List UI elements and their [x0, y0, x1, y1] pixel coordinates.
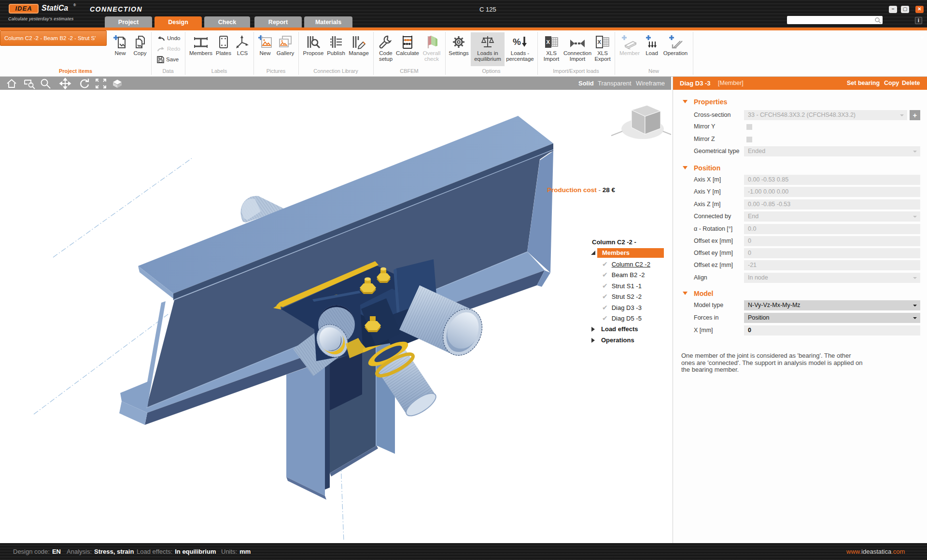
maximize-button[interactable]: ▢ — [901, 6, 909, 13]
section-collapse-icon[interactable] — [683, 292, 688, 295]
status-units-label: Units: — [221, 548, 237, 555]
search-icon — [874, 17, 881, 24]
ribbon-new-item-button[interactable]: New — [112, 34, 129, 56]
rotate-icon[interactable] — [78, 78, 90, 91]
ribbon-copy-item-button[interactable]: Copy — [130, 34, 150, 56]
save-button[interactable]: Save — [157, 56, 179, 63]
viewport-3d[interactable]: Production cost - 28 € Column C2 -2 - Me… — [0, 90, 671, 543]
svg-text:X: X — [547, 39, 550, 45]
display-mode-wireframe[interactable]: Wireframe — [636, 77, 665, 90]
tree-item-strut-s1[interactable]: ✔Strut S1 -1 — [602, 280, 642, 291]
lcs-icon — [234, 34, 251, 49]
tree-item-column-c2[interactable]: ✔Column C2 -2 — [602, 259, 650, 269]
group-caption-pictures: Pictures — [253, 68, 298, 74]
tree-expander-expanded-icon[interactable] — [591, 251, 595, 255]
tab-report[interactable]: Report — [254, 16, 302, 28]
section-collapse-icon[interactable] — [683, 100, 688, 103]
align-select: In node — [744, 273, 920, 283]
checked-icon[interactable]: ✔ — [602, 271, 608, 279]
ribbon-picture-new-button[interactable]: New — [256, 34, 274, 56]
new-member-icon — [617, 34, 642, 49]
tree-collapse-arrow-icon[interactable] — [591, 338, 595, 343]
set-bearing-button[interactable]: Set bearing — [847, 77, 880, 90]
section-collapse-icon[interactable] — [683, 166, 688, 169]
project-item-dropdown[interactable]: Column C2 -2 - Beam B2 -2 - Strut S' — [0, 30, 107, 46]
ribbon-publish-button[interactable]: Publish — [324, 34, 348, 56]
publish-icon — [324, 34, 348, 49]
ribbon-gallery-button[interactable]: Gallery — [274, 34, 297, 56]
document-title: C 125 — [479, 6, 496, 13]
members-icon — [186, 34, 216, 49]
close-button[interactable]: ✕ — [915, 6, 924, 13]
zoom-window-icon[interactable] — [23, 78, 36, 91]
copy-member-button[interactable]: Copy — [884, 77, 899, 90]
ribbon-members-button[interactable]: Members — [186, 34, 216, 56]
display-mode-solid[interactable]: Solid — [578, 77, 594, 90]
registered-mark: ® — [73, 3, 76, 7]
view-cube[interactable] — [611, 105, 671, 139]
display-mode-transparent[interactable]: Transparent — [598, 77, 632, 90]
plates-icon — [213, 34, 234, 49]
checked-icon[interactable]: ✔ — [602, 293, 608, 300]
tree-item-diag-d3[interactable]: ✔Diag D3 -3 — [602, 302, 642, 313]
tree-collapse-arrow-icon[interactable] — [591, 327, 595, 332]
search-input[interactable] — [787, 16, 883, 24]
checked-icon[interactable]: ✔ — [602, 314, 608, 322]
ribbon-overall-check-button: Overallcheck — [420, 34, 444, 62]
tree-group-members[interactable]: Members — [597, 248, 664, 258]
group-caption-labels: Labels — [185, 68, 253, 74]
home-view-icon[interactable] — [6, 78, 17, 91]
ribbon-settings-button[interactable]: Settings — [446, 34, 472, 56]
cross-section-select[interactable]: 33 - CFCHS48.3X3.2 (CFCHS48.3X3.2) — [744, 110, 907, 120]
model-type-select[interactable]: N-Vy-Vz-Mx-My-Mz — [744, 300, 920, 310]
ribbon-plates-button[interactable]: Plates — [213, 34, 234, 56]
forces-in-select[interactable]: Position — [744, 313, 920, 323]
website-link[interactable]: www.ideastatica.com — [846, 543, 905, 560]
tab-project[interactable]: Project — [105, 16, 152, 28]
ribbon-lcs-button[interactable]: LCS — [234, 34, 251, 56]
row-label-axis-z: Axis Z [m] — [694, 199, 742, 210]
checked-icon[interactable]: ✔ — [602, 304, 608, 311]
group-caption-import-export: Import/Export loads — [537, 68, 615, 74]
ribbon-calculate-button[interactable]: Calculate — [393, 34, 422, 56]
ribbon-connection-import-button[interactable]: ConnectionImport — [561, 34, 594, 62]
tree-section-operations[interactable]: Operations — [601, 335, 634, 346]
ribbon-new-load-button[interactable]: Load — [643, 34, 660, 56]
add-cross-section-button[interactable]: + — [910, 110, 920, 120]
ribbon-manage-button[interactable]: Manage — [346, 34, 371, 56]
solid-view-icon[interactable] — [111, 78, 124, 91]
tree-item-beam-b2[interactable]: ✔Beam B2 -2 — [602, 269, 645, 280]
ribbon-xls-export-button[interactable]: X XLSExport — [592, 34, 613, 62]
row-label-offset-ey: Offset ey [mm] — [694, 248, 742, 258]
info-button[interactable]: i — [915, 17, 922, 24]
tab-materials[interactable]: Materials — [304, 16, 352, 28]
tab-check[interactable]: Check — [204, 16, 250, 28]
status-design-code-value: EN — [52, 548, 61, 555]
checked-icon[interactable]: ✔ — [602, 260, 608, 268]
undo-button[interactable]: Undo — [157, 34, 181, 42]
tab-design[interactable]: Design — [154, 16, 202, 28]
idea-logo: IDEA — [9, 4, 39, 14]
x-mm-input[interactable]: 0 — [744, 325, 920, 336]
ribbon-loads-in-equilibrium-toggle[interactable]: Loads inequilibrium — [471, 32, 505, 66]
ribbon-xls-import-button[interactable]: X XLSImport — [541, 34, 562, 62]
minimize-button[interactable]: – — [889, 6, 897, 13]
pan-icon[interactable] — [59, 78, 71, 91]
ribbon-loads-percentage-button[interactable]: % Loads -percentage — [504, 34, 536, 62]
delete-member-button[interactable]: Delete — [902, 77, 920, 90]
ribbon-new-operation-button[interactable]: Operation — [660, 34, 690, 56]
tree-section-load-effects[interactable]: Load effects — [601, 324, 638, 335]
zoom-icon[interactable] — [40, 78, 51, 91]
svg-text:X: X — [598, 39, 602, 45]
checked-icon[interactable]: ✔ — [602, 282, 608, 290]
production-cost: Production cost - 28 € — [547, 186, 615, 194]
group-caption-cbfem: CBFEM — [373, 68, 445, 74]
mirror-z-checkbox[interactable] — [746, 137, 752, 142]
statica-logo-text: StatiCa — [42, 4, 68, 13]
tree-item-diag-d5[interactable]: ✔Diag D5 -5 — [602, 313, 642, 323]
mirror-y-checkbox[interactable] — [746, 124, 752, 130]
ribbon-propose-button[interactable]: Propose — [300, 34, 327, 56]
tree-item-strut-s2[interactable]: ✔Strut S2 -2 — [602, 291, 642, 302]
row-label-offset-ez: Offset ez [mm] — [694, 260, 742, 270]
zoom-extents-icon[interactable] — [95, 78, 107, 91]
